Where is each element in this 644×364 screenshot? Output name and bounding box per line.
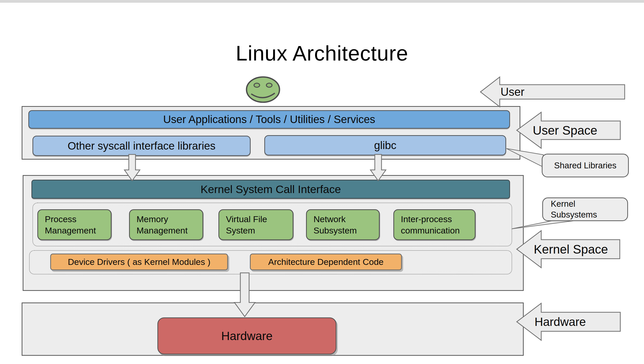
subsystem-label-line: System (226, 225, 293, 236)
hardware-arrow-label: Hardware (535, 312, 586, 331)
subsystem-label-line: Inter-process (401, 213, 475, 225)
subsystem-label-line: Subsystem (313, 225, 379, 236)
device-drivers-box: Device Drivers ( as Kernel Modules ) (50, 254, 228, 270)
subsystem-label-line: Process (45, 213, 111, 225)
subsystem-box-inter-process-communication: Inter-process communication (393, 209, 476, 240)
subsystem-label-line: Management (45, 225, 111, 236)
user-applications-bar: User Applications / Tools / Utilities / … (28, 110, 510, 129)
subsystem-label-line: Memory (137, 213, 202, 225)
kernel-subsystems-callout: Kernel Subsystems (542, 197, 628, 221)
user-arrow-label: User (501, 85, 524, 99)
hardware-box: Hardware (157, 317, 336, 354)
other-syscall-libraries-box: Other syscall interface libraries (32, 136, 251, 156)
glibc-box: glibc (264, 135, 506, 155)
kernel-syscall-interface-bar: Kernel System Call Interface (31, 180, 510, 199)
subsystem-label-line: Virtual File (226, 213, 293, 225)
subsystem-box-virtual-file-system: Virtual File System (218, 209, 293, 240)
subsystem-label-line: communication (401, 225, 475, 236)
subsystem-label-line: Network (313, 213, 379, 225)
shared-libraries-callout: Shared Libraries (542, 154, 629, 177)
kernel-subsystems-callout-line: Subsystems (551, 209, 627, 220)
smiley-face-icon (247, 77, 279, 102)
linux-architecture-diagram: Linux Architecture User Applications / T… (0, 0, 644, 364)
kernel-subsystems-callout-line: Kernel (551, 198, 627, 209)
subsystem-box-process-management: Process Management (37, 209, 112, 240)
window-top-strip (0, 0, 644, 3)
diagram-title: Linux Architecture (0, 41, 644, 65)
subsystem-box-network-subsystem: Network Subsystem (306, 209, 380, 240)
user-space-arrow-label: User Space (533, 121, 597, 140)
subsystem-box-memory-management: Memory Management (129, 209, 203, 240)
arch-dependent-code-box: Architecture Dependent Code (250, 254, 402, 270)
subsystem-label-line: Management (137, 225, 202, 236)
kernel-space-arrow-label: Kernel Space (534, 240, 608, 259)
